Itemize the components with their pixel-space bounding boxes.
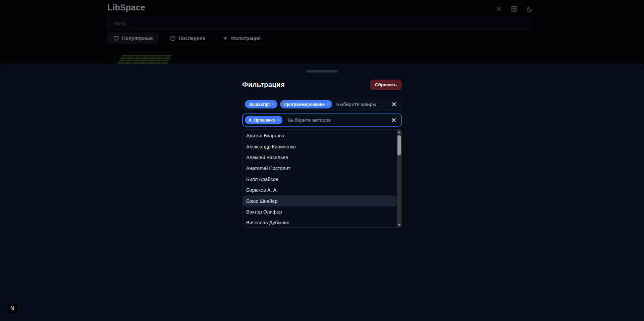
scrollbar-thumb[interactable] [397, 135, 401, 155]
author-select[interactable]: А. Ярошенко × Выберите авторов ✕ [242, 113, 402, 127]
scroll-up-icon[interactable] [397, 130, 401, 134]
genre-chip-label: JavaScript [249, 102, 270, 107]
author-option-highlighted[interactable]: Брюс Шнайер [243, 195, 396, 206]
author-option[interactable]: Билл Брайсон [243, 174, 396, 185]
filter-drawer: Фильтрация Сбросить JavaScript × Програм… [0, 64, 644, 321]
reset-button[interactable]: Сбросить [370, 80, 402, 90]
genre-chip-label: Программирование [284, 102, 325, 107]
author-chip: А. Ярошенко × [245, 116, 282, 124]
author-option[interactable]: Бирюков А. А. [243, 185, 396, 195]
author-option-list: Адитья Бхаргава Александр Кириченко Алек… [243, 130, 396, 228]
text-cursor [286, 117, 286, 124]
nextjs-devtools-button[interactable]: N [6, 302, 19, 315]
clear-authors-icon[interactable]: ✕ [391, 117, 396, 124]
author-chip-label: А. Ярошенко [249, 118, 275, 123]
genre-select[interactable]: JavaScript × Программирование × Выберите… [242, 98, 402, 111]
author-select-placeholder: Выберите авторов [287, 117, 331, 123]
genre-chip: JavaScript × [245, 100, 277, 108]
author-option[interactable]: Вячеслав Дубынин [243, 217, 396, 228]
remove-chip-icon[interactable]: × [272, 102, 274, 106]
genre-chip: Программирование × [280, 100, 332, 108]
remove-chip-icon[interactable]: × [277, 118, 279, 122]
author-option[interactable]: Анатолий Постолит [243, 163, 396, 174]
author-dropdown: Адитья Бхаргава Александр Кириченко Алек… [242, 129, 402, 228]
scroll-down-icon[interactable] [397, 223, 401, 227]
dropdown-scrollbar[interactable] [397, 130, 401, 227]
clear-genres-icon[interactable]: ✕ [391, 101, 397, 108]
genre-select-placeholder: Выберите жанры [336, 101, 376, 107]
author-option[interactable]: Алексей Васильев [243, 152, 396, 163]
nextjs-logo-icon: N [10, 305, 14, 312]
drawer-title: Фильтрация [242, 81, 285, 89]
author-option[interactable]: Адитья Бхаргава [243, 130, 396, 141]
remove-chip-icon[interactable]: × [327, 102, 329, 106]
author-option[interactable]: Александр Кириченко [243, 141, 396, 152]
author-option[interactable]: Виктор Олифер [243, 207, 396, 217]
